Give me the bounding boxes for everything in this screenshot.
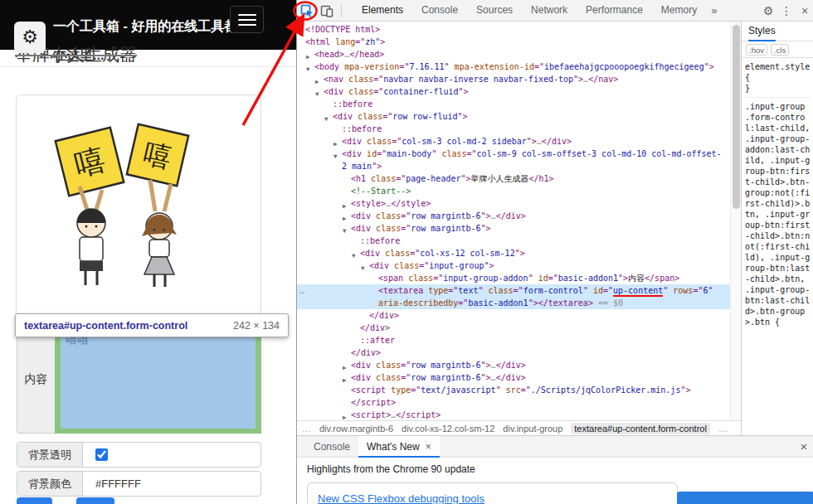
elements-dom-tree: <!DOCTYPE html><html lang="zh">▶<head>…<…: [297, 22, 730, 420]
toolbar-right-controls: ⚙ ⋮ ×: [759, 4, 813, 17]
tooltip-selector: textarea#up-content.form-control: [24, 320, 187, 332]
dom-node[interactable]: ▼<div id="main-body" class="col-sm-9 col…: [297, 148, 730, 172]
drawer-tab-close-icon[interactable]: ×: [426, 441, 431, 453]
dom-node[interactable]: ▼<div class="row row-fluid">: [297, 110, 730, 123]
bg-color-input[interactable]: #FFFFFF: [83, 472, 260, 496]
expand-arrow-open[interactable]: ▼: [333, 150, 338, 162]
dom-node[interactable]: <!--Start-->: [297, 185, 730, 197]
content-textarea[interactable]: 嘻嘻: [61, 330, 256, 429]
generate-button[interactable]: [17, 497, 52, 504]
preview-card: 嘻 嘻: [16, 94, 261, 320]
device-toolbar-icon: [320, 4, 333, 17]
dom-node[interactable]: <span class="input-group-addon" id="basi…: [297, 272, 730, 284]
cartoon-preview-image: 嘻 嘻: [17, 95, 261, 320]
breadcrumb-overflow[interactable]: …: [718, 424, 728, 434]
bg-transparent-row: 背景透明: [17, 442, 261, 468]
drawer-tabbar: ConsoleWhat's New× ×: [297, 436, 813, 458]
breadcrumb-item[interactable]: div.row.margintb-6: [319, 424, 393, 434]
devtools-tabs: ElementsConsoleSourcesNetworkPerformance…: [353, 0, 706, 21]
tab-performance[interactable]: Performance: [577, 0, 652, 21]
tooltip-dimensions: 242 × 134: [233, 320, 280, 332]
elements-scrollbar[interactable]: [730, 22, 741, 420]
styles-rules: element.style { } .input-group .form-con…: [742, 58, 813, 331]
tab-styles[interactable]: Styles: [748, 22, 776, 41]
devtools-menu-icon[interactable]: ⋮: [777, 4, 796, 17]
device-toolbar-button[interactable]: [318, 2, 336, 20]
hamburger-menu-button[interactable]: [230, 6, 264, 33]
dom-node[interactable]: <script type="text/javascript" src="./Sc…: [297, 384, 730, 396]
styles-filter-bar: :hov .cls: [742, 41, 813, 58]
drawer-tab-what-s-new[interactable]: What's New×: [358, 436, 440, 458]
css-rule-selector[interactable]: .input-group .form-control:last-child, .…: [745, 101, 811, 327]
more-tabs-button[interactable]: »: [706, 4, 722, 17]
site-logo[interactable]: ⚙: [14, 22, 46, 53]
drawer-tab-label: What's New: [367, 441, 420, 453]
whats-new-card-link[interactable]: New CSS Flexbox debugging tools: [318, 492, 484, 504]
dom-node[interactable]: ::after: [297, 334, 730, 346]
drawer-close-button[interactable]: ×: [794, 439, 813, 453]
inspect-element-button[interactable]: [298, 2, 316, 20]
dom-node[interactable]: ▼<div class="row margintb-6">: [297, 222, 730, 235]
devtools-drawer: ConsoleWhat's New× × Highlights from the…: [297, 435, 813, 504]
tab-sources[interactable]: Sources: [467, 0, 522, 21]
expand-arrow-closed[interactable]: ▶: [343, 411, 347, 420]
site-title[interactable]: 一个工具箱 - 好用的在线工具都: [53, 18, 237, 36]
breadcrumb-item[interactable]: textarea#up-content.form-control: [571, 423, 710, 434]
dom-node[interactable]: ▼<div class="container-fluid">: [297, 85, 730, 98]
breadcrumb-item[interactable]: div.input-group: [503, 424, 562, 434]
content-input-group: 内容 嘻嘻: [17, 325, 261, 434]
dom-node[interactable]: </script>: [297, 396, 730, 409]
devtools-toolbar: ElementsConsoleSourcesNetworkPerformance…: [297, 0, 813, 22]
hover-state-toggle[interactable]: :hov: [746, 44, 767, 56]
dom-node[interactable]: ::before: [297, 98, 730, 110]
hamburger-bar: [238, 14, 256, 16]
transparent-checkbox[interactable]: [95, 448, 108, 461]
dom-node[interactable]: ▶<div class="col-sm-3 col-md-2 sidebar">…: [297, 135, 730, 148]
settings-gear-icon[interactable]: ⚙: [759, 4, 777, 17]
class-toggle[interactable]: .cls: [771, 44, 789, 56]
dom-node[interactable]: ▶<head>…</head>: [297, 48, 730, 61]
breadcrumb-overflow[interactable]: …: [302, 424, 311, 434]
inline-menu-dots[interactable]: …: [299, 284, 304, 297]
inspect-tooltip: textarea#up-content.form-control 242 × 1…: [15, 313, 289, 337]
dom-node[interactable]: ▶<div class="row margintb-6">…</div>: [297, 359, 730, 371]
dom-node[interactable]: ▶<div class="row margintb-6">…</div>: [297, 210, 730, 222]
dom-node[interactable]: ▼<body mpa-version="7.16.11" mpa-extensi…: [297, 61, 730, 73]
dom-node[interactable]: ▶<nav class="navbar navbar-inverse navba…: [297, 73, 730, 85]
dom-node[interactable]: <html lang="zh">: [297, 36, 730, 48]
dom-node[interactable]: ▼<div class="col-xs-12 col-sm-12">: [297, 247, 730, 259]
dom-node[interactable]: ▶<style>…</style>: [297, 197, 730, 210]
tab-elements[interactable]: Elements: [353, 0, 412, 21]
bg-transparent-value: [83, 443, 260, 467]
element-style-open[interactable]: element.style {: [745, 61, 811, 83]
drawer-tabs: ConsoleWhat's New×: [305, 436, 440, 458]
hamburger-bar: [238, 19, 256, 21]
dom-node[interactable]: ::before: [297, 123, 730, 135]
tab-memory[interactable]: Memory: [652, 0, 706, 21]
dom-node[interactable]: <!DOCTYPE html>: [297, 23, 730, 36]
scrollbar-thumb[interactable]: [733, 25, 740, 209]
dom-node[interactable]: ▶<div class="row margintb-6">…</div>: [297, 371, 730, 384]
rule-divider: [745, 97, 811, 98]
tab-network[interactable]: Network: [522, 0, 577, 21]
devtools-window: ElementsConsoleSourcesNetworkPerformance…: [296, 0, 813, 504]
dom-node[interactable]: ▼<div class="input-group">: [297, 259, 730, 272]
dom-node[interactable]: </div>: [297, 322, 730, 334]
dom-node[interactable]: </div>: [297, 309, 730, 322]
bg-color-label: 背景颜色: [17, 472, 83, 496]
tab-console[interactable]: Console: [412, 0, 467, 21]
whats-new-card[interactable]: New CSS Flexbox debugging tools: [307, 482, 678, 504]
secondary-button[interactable]: [76, 497, 114, 504]
whats-new-banner-image: [677, 492, 813, 504]
dom-node[interactable]: <h1 class="page-header">举牌小人生成器</h1>: [297, 172, 730, 185]
devtools-close-icon[interactable]: ×: [796, 4, 813, 17]
dom-node[interactable]: ▶<script>…</script>: [297, 409, 730, 420]
dom-node[interactable]: </div>: [297, 346, 730, 359]
dom-node[interactable]: …<textarea type="text" class="form-contr…: [297, 284, 730, 309]
dom-breadcrumbs: …div.row.margintb-6div.col-xs-12.col-sm-…: [297, 420, 741, 435]
whats-new-headline: Highlights from the Chrome 90 update: [307, 463, 475, 475]
dom-node[interactable]: ::before: [297, 235, 730, 247]
breadcrumb-item[interactable]: div.col-xs-12.col-sm-12: [402, 424, 494, 434]
bg-color-row: 背景颜色 #FFFFFF: [17, 471, 261, 497]
drawer-tab-console[interactable]: Console: [305, 436, 358, 458]
